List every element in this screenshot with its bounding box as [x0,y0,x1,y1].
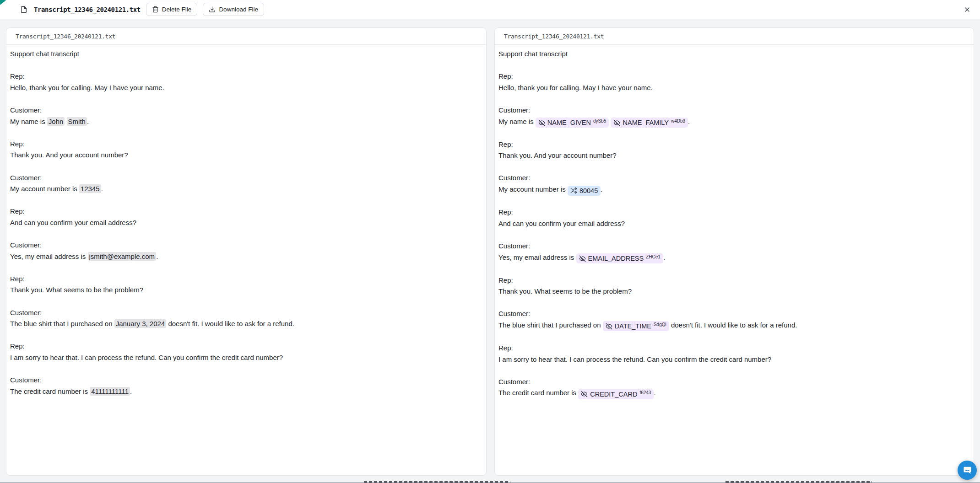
transcript-line: The credit card number is 41111111111. [10,386,480,397]
entity-type-label: CREDIT_CARD [590,390,637,398]
transcript-line: My account number is 80045. [498,184,967,196]
chat-launcher-button[interactable] [958,461,977,480]
transcript-line [498,297,967,309]
pii-highlight[interactable]: 41111111111 [90,387,130,396]
eye-off-icon [579,255,586,262]
transcript-line [498,93,967,105]
entity-id-suffix: SdgQl [654,322,666,327]
text-run: The blue shirt that I purchased on [498,321,603,329]
text-run: Rep: [498,140,513,148]
file-icon [20,6,27,13]
entity-type-label: NAME_FAMILY [623,118,668,127]
entity-id-suffix: ZHCe1 [646,254,661,259]
text-run: My account number is [10,185,79,193]
transcript-line [10,161,480,172]
text-run: Customer: [10,106,42,114]
transcript-line: And can you confirm your email address? [498,218,967,230]
redacted-transcript-content[interactable]: Support chat transcript Rep:Hello, thank… [495,45,974,475]
text-run: The blue shirt that I purchased on [10,320,114,327]
transcript-line: Support chat transcript [498,48,967,60]
text-run: Thank you. What seems to be the problem? [10,286,143,294]
redacted-entity-pill[interactable]: NAME_FAMILYw4Db3 [611,118,688,128]
redacted-file-panel-title: Transcript_12346_20240121.txt [495,28,974,45]
text-run: The credit card number is [498,389,578,397]
transcript-line: Rep: [10,274,480,285]
cutoff-content-text [726,481,872,483]
transcript-line: Customer: [10,307,480,319]
text-run: . [654,389,655,397]
transcript-line: Customer: [10,105,480,116]
transcript-line [10,195,480,206]
text-run: . [663,253,665,261]
transcript-line: Customer: [498,308,967,320]
text-run: I am sorry to hear that. I can process t… [498,355,771,363]
transcript-line: Rep: [498,275,967,286]
text-run: . [156,252,158,260]
text-run: Customer: [498,310,530,317]
text-run: Hello, thank you for calling. May I have… [10,84,164,91]
text-run: I am sorry to hear that. I can process t… [10,354,283,361]
original-transcript-content[interactable]: Support chat transcript Rep:Hello, thank… [6,45,486,475]
redacted-entity-pill[interactable]: CREDIT_CARDf6243 [578,389,654,399]
transcript-line [498,263,967,275]
text-run: Yes, my email address is [10,252,88,260]
text-run: Customer: [10,309,42,317]
transcript-line [10,364,480,375]
text-run: And can you confirm your email address? [10,219,136,226]
text-run: Thank you. And your account number? [498,151,617,159]
transcript-line: I am sorry to hear that. I can process t… [10,352,480,364]
text-run: Rep: [10,140,25,148]
transcript-line: Customer: [10,172,480,184]
text-run: My account number is [498,185,568,193]
eye-off-icon [606,323,612,330]
eye-off-icon [538,119,545,126]
transcript-line: Thank you. And your account number? [498,150,967,161]
pii-highlight[interactable]: 12345 [79,184,101,193]
text-run: My name is [10,118,47,125]
transcript-line: Customer: [498,241,967,252]
synthesized-value-pill[interactable]: 80045 [568,186,601,196]
pii-highlight[interactable]: Smith [67,117,87,126]
text-run: Rep: [498,72,513,80]
transcript-line: Rep: [10,206,480,217]
text-run: Customer: [10,376,42,384]
redacted-file-panel: Transcript_12346_20240121.txt Support ch… [494,27,974,476]
text-run: . [130,387,132,395]
transcript-line [498,60,967,71]
transcript-line: Customer: [10,375,480,386]
entity-id-suffix: f6243 [639,390,651,395]
transcript-line: Rep: [10,341,480,352]
redacted-entity-pill[interactable]: EMAIL_ADDRESSZHCe1 [576,253,663,263]
transcript-line: And can you confirm your email address? [10,217,480,229]
eye-off-icon [581,391,588,397]
redacted-entity-pill[interactable]: NAME_GIVENdySb5 [536,118,609,128]
download-file-label: Download File [219,6,258,13]
text-run: Thank you. And your account number? [10,151,128,159]
transcript-line: Thank you. What seems to be the problem? [10,284,480,296]
pii-highlight[interactable]: January 3, 2024 [114,319,167,328]
pii-highlight[interactable]: jsmith@example.com [88,252,157,261]
transcript-line: My account number is 12345. [10,183,480,195]
transcript-line: Hello, thank you for calling. May I have… [10,82,480,94]
transcript-line: Rep: [10,71,480,82]
transcript-line: Rep: [498,71,967,82]
text-run: Rep: [10,275,25,283]
text-run: Thank you. What seems to be the problem? [498,287,632,295]
pii-highlight[interactable]: John [47,117,65,126]
close-button[interactable] [962,4,973,15]
delete-file-button[interactable]: Delete File [146,3,198,16]
transcript-line: Customer: [498,172,967,184]
transcript-line: The credit card number is CREDIT_CARDf62… [498,387,967,399]
transcript-line: My name is NAME_GIVENdySb5 NAME_FAMILYw4… [498,116,967,128]
redacted-entity-pill[interactable]: DATE_TIMESdgQl [603,321,669,331]
text-run: And can you confirm your email address? [498,220,625,227]
text-run: . [688,118,690,125]
text-run: Customer: [498,242,530,250]
text-run: Rep: [10,207,25,215]
text-run: Customer: [498,378,530,386]
transcript-line: Customer: [498,105,967,116]
text-run: Yes, my email address is [498,253,576,261]
transcript-line [498,161,967,173]
download-file-button[interactable]: Download File [203,3,264,16]
transcript-line: Rep: [498,343,967,354]
